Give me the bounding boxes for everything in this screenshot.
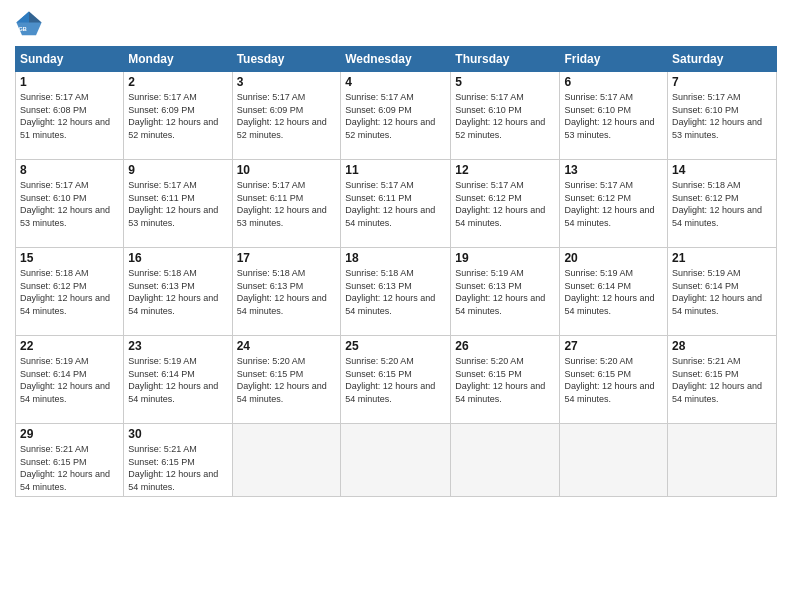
calendar-cell: 10Sunrise: 5:17 AMSunset: 6:11 PMDayligh… [232, 160, 341, 248]
calendar-body: 1Sunrise: 5:17 AMSunset: 6:08 PMDaylight… [16, 72, 777, 497]
calendar-cell: 9Sunrise: 5:17 AMSunset: 6:11 PMDaylight… [124, 160, 232, 248]
calendar-cell: 5Sunrise: 5:17 AMSunset: 6:10 PMDaylight… [451, 72, 560, 160]
calendar-cell: 21Sunrise: 5:19 AMSunset: 6:14 PMDayligh… [668, 248, 777, 336]
day-number: 26 [455, 339, 555, 353]
day-info: Sunrise: 5:18 AMSunset: 6:13 PMDaylight:… [128, 267, 227, 317]
day-info: Sunrise: 5:20 AMSunset: 6:15 PMDaylight:… [345, 355, 446, 405]
day-number: 15 [20, 251, 119, 265]
calendar-cell: 13Sunrise: 5:17 AMSunset: 6:12 PMDayligh… [560, 160, 668, 248]
calendar-cell: 16Sunrise: 5:18 AMSunset: 6:13 PMDayligh… [124, 248, 232, 336]
day-number: 22 [20, 339, 119, 353]
day-number: 7 [672, 75, 772, 89]
day-number: 16 [128, 251, 227, 265]
day-number: 24 [237, 339, 337, 353]
calendar-cell: 29Sunrise: 5:21 AMSunset: 6:15 PMDayligh… [16, 424, 124, 497]
page: GB SundayMondayTuesdayWednesdayThursdayF… [0, 0, 792, 612]
calendar-cell: 26Sunrise: 5:20 AMSunset: 6:15 PMDayligh… [451, 336, 560, 424]
day-info: Sunrise: 5:17 AMSunset: 6:09 PMDaylight:… [237, 91, 337, 141]
day-info: Sunrise: 5:17 AMSunset: 6:11 PMDaylight:… [237, 179, 337, 229]
calendar-cell: 22Sunrise: 5:19 AMSunset: 6:14 PMDayligh… [16, 336, 124, 424]
day-info: Sunrise: 5:20 AMSunset: 6:15 PMDaylight:… [237, 355, 337, 405]
day-number: 25 [345, 339, 446, 353]
calendar-cell: 11Sunrise: 5:17 AMSunset: 6:11 PMDayligh… [341, 160, 451, 248]
day-info: Sunrise: 5:21 AMSunset: 6:15 PMDaylight:… [20, 443, 119, 493]
day-number: 4 [345, 75, 446, 89]
day-number: 14 [672, 163, 772, 177]
calendar-week-3: 22Sunrise: 5:19 AMSunset: 6:14 PMDayligh… [16, 336, 777, 424]
day-number: 27 [564, 339, 663, 353]
day-number: 17 [237, 251, 337, 265]
calendar-cell: 24Sunrise: 5:20 AMSunset: 6:15 PMDayligh… [232, 336, 341, 424]
header-cell-monday: Monday [124, 47, 232, 72]
day-number: 18 [345, 251, 446, 265]
calendar-cell: 12Sunrise: 5:17 AMSunset: 6:12 PMDayligh… [451, 160, 560, 248]
calendar-cell: 20Sunrise: 5:19 AMSunset: 6:14 PMDayligh… [560, 248, 668, 336]
day-info: Sunrise: 5:19 AMSunset: 6:14 PMDaylight:… [672, 267, 772, 317]
day-info: Sunrise: 5:18 AMSunset: 6:12 PMDaylight:… [672, 179, 772, 229]
day-number: 9 [128, 163, 227, 177]
day-number: 30 [128, 427, 227, 441]
day-info: Sunrise: 5:17 AMSunset: 6:10 PMDaylight:… [455, 91, 555, 141]
header-cell-tuesday: Tuesday [232, 47, 341, 72]
calendar-cell: 25Sunrise: 5:20 AMSunset: 6:15 PMDayligh… [341, 336, 451, 424]
day-number: 2 [128, 75, 227, 89]
day-number: 1 [20, 75, 119, 89]
day-number: 21 [672, 251, 772, 265]
calendar-cell [560, 424, 668, 497]
svg-text:GB: GB [19, 26, 27, 32]
day-number: 3 [237, 75, 337, 89]
header-cell-wednesday: Wednesday [341, 47, 451, 72]
day-number: 12 [455, 163, 555, 177]
header-cell-saturday: Saturday [668, 47, 777, 72]
calendar-cell [341, 424, 451, 497]
calendar-cell [232, 424, 341, 497]
day-info: Sunrise: 5:17 AMSunset: 6:11 PMDaylight:… [345, 179, 446, 229]
day-info: Sunrise: 5:17 AMSunset: 6:08 PMDaylight:… [20, 91, 119, 141]
header-cell-sunday: Sunday [16, 47, 124, 72]
day-info: Sunrise: 5:17 AMSunset: 6:09 PMDaylight:… [128, 91, 227, 141]
calendar-table: SundayMondayTuesdayWednesdayThursdayFrid… [15, 46, 777, 497]
svg-marker-1 [29, 11, 42, 22]
day-number: 20 [564, 251, 663, 265]
day-info: Sunrise: 5:19 AMSunset: 6:13 PMDaylight:… [455, 267, 555, 317]
header-cell-friday: Friday [560, 47, 668, 72]
calendar-cell: 6Sunrise: 5:17 AMSunset: 6:10 PMDaylight… [560, 72, 668, 160]
calendar-cell: 19Sunrise: 5:19 AMSunset: 6:13 PMDayligh… [451, 248, 560, 336]
day-info: Sunrise: 5:19 AMSunset: 6:14 PMDaylight:… [564, 267, 663, 317]
day-number: 23 [128, 339, 227, 353]
day-info: Sunrise: 5:20 AMSunset: 6:15 PMDaylight:… [564, 355, 663, 405]
calendar-cell: 28Sunrise: 5:21 AMSunset: 6:15 PMDayligh… [668, 336, 777, 424]
calendar-cell: 3Sunrise: 5:17 AMSunset: 6:09 PMDaylight… [232, 72, 341, 160]
day-info: Sunrise: 5:17 AMSunset: 6:12 PMDaylight:… [564, 179, 663, 229]
day-info: Sunrise: 5:18 AMSunset: 6:13 PMDaylight:… [345, 267, 446, 317]
header-cell-thursday: Thursday [451, 47, 560, 72]
calendar-cell: 7Sunrise: 5:17 AMSunset: 6:10 PMDaylight… [668, 72, 777, 160]
day-info: Sunrise: 5:17 AMSunset: 6:12 PMDaylight:… [455, 179, 555, 229]
header-row: SundayMondayTuesdayWednesdayThursdayFrid… [16, 47, 777, 72]
day-number: 5 [455, 75, 555, 89]
day-info: Sunrise: 5:20 AMSunset: 6:15 PMDaylight:… [455, 355, 555, 405]
calendar-cell: 27Sunrise: 5:20 AMSunset: 6:15 PMDayligh… [560, 336, 668, 424]
calendar-cell: 14Sunrise: 5:18 AMSunset: 6:12 PMDayligh… [668, 160, 777, 248]
day-info: Sunrise: 5:21 AMSunset: 6:15 PMDaylight:… [672, 355, 772, 405]
calendar-cell: 17Sunrise: 5:18 AMSunset: 6:13 PMDayligh… [232, 248, 341, 336]
calendar-cell: 1Sunrise: 5:17 AMSunset: 6:08 PMDaylight… [16, 72, 124, 160]
calendar-cell: 23Sunrise: 5:19 AMSunset: 6:14 PMDayligh… [124, 336, 232, 424]
day-info: Sunrise: 5:19 AMSunset: 6:14 PMDaylight:… [128, 355, 227, 405]
calendar-week-1: 8Sunrise: 5:17 AMSunset: 6:10 PMDaylight… [16, 160, 777, 248]
day-info: Sunrise: 5:17 AMSunset: 6:10 PMDaylight:… [672, 91, 772, 141]
day-info: Sunrise: 5:17 AMSunset: 6:09 PMDaylight:… [345, 91, 446, 141]
calendar-week-2: 15Sunrise: 5:18 AMSunset: 6:12 PMDayligh… [16, 248, 777, 336]
day-info: Sunrise: 5:18 AMSunset: 6:13 PMDaylight:… [237, 267, 337, 317]
calendar-header: SundayMondayTuesdayWednesdayThursdayFrid… [16, 47, 777, 72]
logo-icon: GB [15, 10, 43, 38]
day-info: Sunrise: 5:21 AMSunset: 6:15 PMDaylight:… [128, 443, 227, 493]
day-number: 8 [20, 163, 119, 177]
day-number: 28 [672, 339, 772, 353]
day-number: 10 [237, 163, 337, 177]
calendar-cell: 8Sunrise: 5:17 AMSunset: 6:10 PMDaylight… [16, 160, 124, 248]
day-number: 19 [455, 251, 555, 265]
logo: GB [15, 10, 47, 38]
day-number: 6 [564, 75, 663, 89]
calendar-cell [668, 424, 777, 497]
